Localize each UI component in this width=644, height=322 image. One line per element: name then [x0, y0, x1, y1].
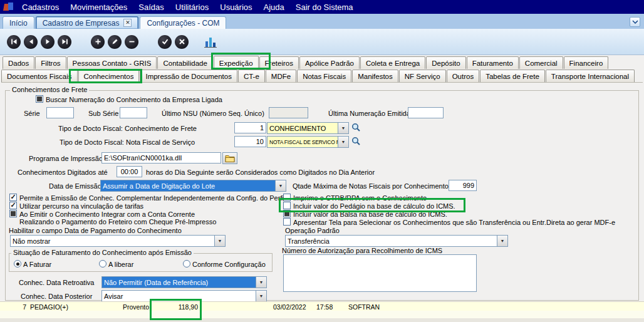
search-icon[interactable]	[351, 137, 361, 147]
tipo-docto-frete-combo[interactable]: CONHECIMENTO ▼	[267, 122, 349, 134]
tab-tabelas-de-frete[interactable]: Tabelas de Frete	[480, 70, 545, 82]
checkbox-imprime-ctrb[interactable]	[283, 194, 291, 201]
digitados-ate-input[interactable]	[117, 166, 142, 177]
radio-a-faturar[interactable]	[14, 260, 21, 267]
chevron-down-icon[interactable]: ▼	[275, 180, 286, 191]
data-emissao-combo-value: Assumir a Data de Digitação do Lote	[101, 180, 275, 191]
grid-cell-date: 03/02/2022	[273, 303, 306, 311]
programa-impressao-input[interactable]	[101, 152, 221, 164]
checkbox-incluir-balsa[interactable]	[283, 210, 291, 217]
window-tab-cadastro-empresas[interactable]: Cadastro de Empresas ✕	[36, 16, 139, 29]
ultima-numeracao-input[interactable]	[408, 107, 444, 118]
tab-deposito[interactable]: Depósito	[426, 56, 465, 69]
first-record-button[interactable]	[7, 35, 21, 49]
chevron-down-icon[interactable]: ▼	[338, 123, 348, 133]
confirm-button[interactable]	[158, 35, 172, 49]
checkbox-utilizar-percurso[interactable]	[9, 202, 17, 209]
window-tab-inicio[interactable]: Início	[3, 16, 34, 29]
situacao-faturamento-title: Situação de Faturamento do Conhecimento …	[11, 249, 194, 257]
data-emissao-combo[interactable]: Assumir a Data de Digitação do Lote ▼	[100, 180, 286, 192]
checkbox-integrar-conta-corrente[interactable]	[9, 210, 17, 217]
checkbox-buscar-numeracao[interactable]	[36, 95, 43, 103]
menu-movimentacoes[interactable]: Movimentações	[65, 0, 133, 14]
tab-pessoas-contato-gris[interactable]: Pessoas Contato - GRIS	[67, 56, 157, 69]
subserie-input[interactable]	[120, 107, 147, 118]
checkbox-imprime-ctrb-label: Imprime o CTRB/RPA com o Conhecimento	[293, 194, 427, 202]
qtade-maxima-input[interactable]	[449, 180, 477, 191]
menu-cadastros[interactable]: Cadastros	[16, 0, 65, 14]
chevron-down-icon[interactable]: ▼	[256, 291, 266, 301]
tab-contabilidade[interactable]: Contabilidade	[157, 56, 212, 69]
subserie-label: Sub Série	[88, 110, 118, 118]
tab-filtros[interactable]: Filtros	[35, 56, 66, 69]
groupbox-title: Conhecimentos de Frete	[10, 86, 89, 94]
tab-outros[interactable]: Outros	[447, 70, 480, 82]
cancel-button[interactable]	[175, 35, 189, 49]
last-record-button[interactable]	[58, 35, 71, 49]
tipo-docto-servico-combo-value: NOTA FISCAL DE SERVICO RIO DE JANE	[267, 137, 338, 147]
tab-nf-servico[interactable]: NF Serviço	[399, 70, 446, 82]
chevron-down-icon[interactable]: ▼	[214, 236, 225, 246]
menu-utilitarios[interactable]: Utilitários	[170, 0, 214, 14]
tab-apolice-padrao[interactable]: Apólice Padrão	[299, 56, 360, 69]
add-record-button[interactable]	[91, 35, 105, 49]
tab-close-icon[interactable]: ✕	[123, 19, 132, 27]
window-tab-configuracoes-com[interactable]: Configurações - COM	[140, 16, 226, 29]
menu-sair[interactable]: Sair do Sistema	[290, 0, 359, 14]
tipo-docto-frete-label: Tipo de Docto Fiscal: Conhecimento de Fr…	[58, 125, 197, 133]
previous-record-button[interactable]	[24, 35, 38, 49]
ultimo-nsu-label: Último NSU (Número Seq. Único)	[162, 110, 264, 118]
menu-saidas[interactable]: Saídas	[133, 0, 169, 14]
menubar: Cadastros Movimentações Saídas Utilitári…	[0, 0, 644, 14]
tab-mdfe[interactable]: MDFe	[266, 70, 296, 82]
tab-comercial[interactable]: Comercial	[519, 56, 563, 69]
next-record-button[interactable]	[41, 35, 55, 49]
grid-row-pedagio[interactable]: 7 PEDAGIO(+) Provento 118,90 03/02/2022 …	[0, 301, 644, 311]
menu-usuarios[interactable]: Usuários	[214, 0, 257, 14]
data-retroativa-combo[interactable]: Não Permitir (Data de Referência) ▼	[101, 276, 267, 288]
search-icon[interactable]	[351, 123, 361, 133]
chevron-down-icon[interactable]: ▼	[338, 137, 348, 147]
tab-dados[interactable]: Dados	[3, 56, 34, 69]
tab-expedicao[interactable]: Expedição	[214, 56, 259, 70]
habilitar-campo-combo[interactable]: Não mostrar ▼	[10, 235, 226, 247]
autorizacao-icms-textarea[interactable]	[283, 254, 477, 292]
operacao-padrao-combo[interactable]: Transferência ▼	[285, 235, 508, 247]
app-window: Cadastros Movimentações Saídas Utilitári…	[0, 0, 644, 322]
tab-conhecimentos[interactable]: Conhecimentos	[78, 69, 140, 83]
menu-ajuda[interactable]: Ajuda	[258, 0, 290, 14]
edit-record-button[interactable]	[108, 35, 122, 49]
checkbox-incluir-pedagio[interactable]	[283, 202, 291, 209]
tab-impressao-de-documentos[interactable]: Impressão de Documentos	[140, 70, 237, 82]
chevron-down-icon[interactable]: ▼	[256, 277, 266, 288]
window-tab-label: Início	[9, 19, 28, 28]
data-emissao-label: Data de Emissão	[49, 182, 101, 190]
tab-faturamento[interactable]: Faturamento	[467, 56, 519, 69]
radio-conforme-configuracao[interactable]	[183, 260, 190, 267]
chevron-down-icon[interactable]: ▼	[497, 236, 507, 246]
serie-input[interactable]	[46, 107, 74, 118]
open-folder-icon[interactable]	[222, 152, 237, 164]
grid-cell-user: SOFTRAN	[348, 303, 380, 311]
tab-notas-fiscais[interactable]: Notas Fiscais	[297, 70, 351, 82]
habilitar-campo-label: Habilitar o campo Data de Pagamento do C…	[9, 227, 182, 235]
tab-transporte-internacional[interactable]: Transporte Internacional	[546, 70, 635, 82]
tab-coleta-e-entrega[interactable]: Coleta e Entrega	[360, 56, 425, 69]
radio-a-liberar[interactable]	[99, 260, 106, 267]
tipo-docto-frete-code-input[interactable]	[234, 122, 266, 133]
tipo-docto-servico-combo[interactable]: NOTA FISCAL DE SERVICO RIO DE JANE ▼	[267, 136, 349, 148]
tab-cte[interactable]: CT-e	[238, 70, 265, 82]
radio-a-liberar-label: A liberar	[108, 261, 133, 269]
checkbox-incluir-balsa-label: Incluir valor da Balsa na base de cálcul…	[293, 210, 447, 219]
checkbox-permite-emissao[interactable]	[9, 194, 17, 201]
tipo-docto-servico-code-input[interactable]	[234, 136, 266, 147]
tab-documentos-fiscais[interactable]: Documentos Fiscais	[1, 70, 78, 82]
chart-button[interactable]	[202, 34, 219, 49]
data-posterior-combo[interactable]: Avisar ▼	[101, 290, 267, 302]
checkbox-apresentar-tela[interactable]	[283, 218, 291, 226]
tab-freteiros[interactable]: Freteiros	[259, 56, 299, 69]
tab-manifestos[interactable]: Manifestos	[352, 70, 398, 82]
tab-financeiro[interactable]: Financeiro	[564, 56, 609, 69]
tab-overflow-chevron-icon[interactable]	[630, 17, 640, 27]
delete-record-button[interactable]	[125, 35, 138, 49]
